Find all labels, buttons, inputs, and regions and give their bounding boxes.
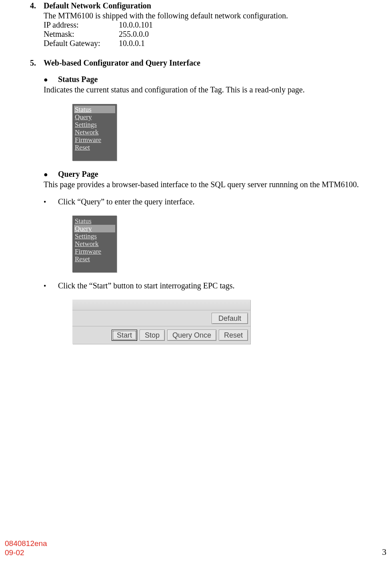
query-page-bullet: ● Query Page <box>44 170 380 179</box>
menu-item-status[interactable]: Status <box>74 217 115 225</box>
query-page-heading: Query Page <box>58 170 98 179</box>
net-value: 10.0.0.101 <box>119 20 153 30</box>
query-once-button[interactable]: Query Once <box>167 330 216 341</box>
page-number: 3 <box>382 547 386 557</box>
status-page-heading: Status Page <box>58 75 98 84</box>
bullet-icon: ● <box>44 170 58 179</box>
menu-item-reset[interactable]: Reset <box>74 255 115 263</box>
net-row-gw: Default Gateway: 10.0.0.1 <box>44 39 380 48</box>
status-page-bullet: ● Status Page <box>44 75 380 84</box>
start-button[interactable]: Start <box>112 330 137 341</box>
menu-item-query[interactable]: Query <box>74 225 115 232</box>
default-button[interactable]: Default <box>212 313 248 324</box>
nav-menu-screenshot-status: Status Query Settings Network Firmware R… <box>72 104 117 161</box>
section-title: Web-based Configurator and Query Interfa… <box>44 58 200 68</box>
section-4-heading: 4. Default Network Configuration <box>30 1 380 10</box>
net-label: IP address: <box>44 20 119 30</box>
status-page-desc: Indicates the current status and configu… <box>44 85 380 94</box>
toolbar-strip <box>72 300 250 310</box>
section-title: Default Network Configuration <box>44 1 151 10</box>
stop-button[interactable]: Stop <box>140 330 165 341</box>
section-5-heading: 5. Web-based Configurator and Query Inte… <box>30 58 380 68</box>
bullet-icon: • <box>44 197 58 207</box>
section-number: 5. <box>30 58 44 68</box>
button-bar-screenshot: Default Start Stop Query Once Reset <box>72 300 250 344</box>
section-4-body: The MTM6100 is shipped with the followin… <box>44 11 380 48</box>
footer-code: 0840812ena <box>5 539 47 548</box>
footer-doc-info: 0840812ena 09-02 <box>5 539 47 557</box>
footer-date: 09-02 <box>5 548 47 557</box>
reset-button[interactable]: Reset <box>219 330 248 341</box>
menu-item-settings[interactable]: Settings <box>74 121 115 128</box>
query-step-2-text: Click the “Start” button to start interr… <box>58 281 235 291</box>
nav-menu-screenshot-query: Status Query Settings Network Firmware R… <box>72 216 117 272</box>
net-label: Netmask: <box>44 30 119 39</box>
menu-item-reset[interactable]: Reset <box>74 144 115 151</box>
net-label: Default Gateway: <box>44 39 119 48</box>
net-value: 10.0.0.1 <box>119 39 145 48</box>
menu-item-settings[interactable]: Settings <box>74 232 115 240</box>
query-step-1: • Click “Query” to enter the query inter… <box>44 197 380 207</box>
bullet-icon: • <box>44 281 58 291</box>
query-step-1-text: Click “Query” to enter the query interfa… <box>58 197 195 207</box>
net-value: 255.0.0.0 <box>119 30 149 39</box>
section-4-intro: The MTM6100 is shipped with the followin… <box>44 11 380 20</box>
query-step-2: • Click the “Start” button to start inte… <box>44 281 380 291</box>
net-row-mask: Netmask: 255.0.0.0 <box>44 30 380 39</box>
section-number: 4. <box>30 1 44 10</box>
menu-item-query[interactable]: Query <box>74 113 115 121</box>
menu-item-network[interactable]: Network <box>74 128 115 136</box>
menu-item-firmware[interactable]: Firmware <box>74 248 115 255</box>
query-page-desc: This page provides a browser-based inter… <box>44 180 380 189</box>
bullet-icon: ● <box>44 75 58 84</box>
menu-item-network[interactable]: Network <box>74 240 115 248</box>
menu-item-status[interactable]: Status <box>74 106 115 113</box>
menu-item-firmware[interactable]: Firmware <box>74 136 115 144</box>
net-row-ip: IP address: 10.0.0.101 <box>44 20 380 30</box>
